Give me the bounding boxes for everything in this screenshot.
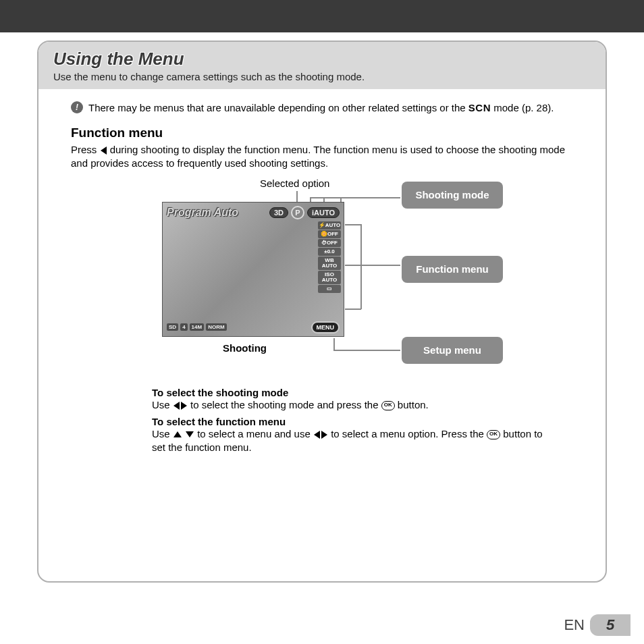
instr1-title: To select the shooting mode bbox=[152, 387, 550, 398]
callout-setup-menu: Setup menu bbox=[402, 337, 503, 364]
note-row: ! There may be menus that are unavailabl… bbox=[71, 101, 580, 113]
top-header-bar bbox=[0, 0, 644, 32]
page-footer: EN 5 bbox=[564, 614, 630, 636]
page-title: Using the Menu bbox=[53, 49, 591, 70]
left-arrow-icon bbox=[173, 402, 180, 410]
fn-timer: ⏱OFF bbox=[318, 239, 341, 247]
camera-preview-image bbox=[163, 203, 344, 336]
instr2-b: to select a menu and use bbox=[194, 428, 313, 439]
scn-mode-label: SCN bbox=[468, 102, 491, 113]
section-body-after: during shooting to display the function … bbox=[71, 144, 565, 169]
mode-pill-p: P bbox=[291, 206, 304, 219]
instr2-c: to select a menu option. Press the bbox=[328, 428, 487, 439]
shooting-label: Shooting bbox=[223, 342, 267, 354]
page-card: Using the Menu Use the menu to change ca… bbox=[37, 41, 607, 583]
note-text: There may be menus that are unavailable … bbox=[88, 102, 554, 113]
bottom-left-badges: SD 4 14M NORM bbox=[167, 323, 227, 331]
note-text-before: There may be menus that are unavailable … bbox=[88, 102, 468, 113]
fn-wb: WB AUTO bbox=[318, 257, 341, 270]
camera-screen: Program Auto 3D P iAUTO ⚡AUTO 🌼OFF ⏱OFF … bbox=[162, 202, 344, 337]
diagram-area: Selected option Program Auto 3D P iAUTO bbox=[71, 178, 580, 373]
instr1-b: to select the shooting mode and press th… bbox=[188, 399, 381, 410]
fn-exposure: ±0.0 bbox=[318, 248, 341, 256]
language-code: EN bbox=[564, 616, 590, 634]
note-text-after: mode (p. 28). bbox=[491, 102, 554, 113]
badge-size: 14M bbox=[190, 323, 205, 331]
mode-name: Program Auto bbox=[167, 207, 267, 219]
up-arrow-icon bbox=[173, 431, 182, 437]
section-body-before: Press bbox=[71, 144, 100, 155]
right-arrow-icon bbox=[181, 402, 187, 410]
fn-drive: ▭ bbox=[318, 285, 341, 293]
selected-option-label: Selected option bbox=[260, 178, 329, 189]
fn-flash: ⚡AUTO bbox=[318, 221, 341, 230]
instr1-c: button. bbox=[395, 399, 429, 410]
instr1-a: Use bbox=[152, 399, 173, 410]
badge-count: 4 bbox=[180, 323, 187, 331]
page-subtitle: Use the menu to change camera settings s… bbox=[53, 71, 591, 82]
mode-pill-iauto: iAUTO bbox=[307, 207, 340, 218]
alert-icon: ! bbox=[71, 101, 83, 113]
function-menu-stack: ⚡AUTO 🌼OFF ⏱OFF ±0.0 WB AUTO ISO AUTO ▭ bbox=[318, 221, 341, 293]
left-arrow-icon bbox=[101, 146, 107, 155]
badge-quality: NORM bbox=[206, 323, 226, 331]
ok-button-icon: OK bbox=[381, 401, 395, 410]
callout-shooting-mode: Shooting mode bbox=[402, 182, 503, 209]
instr2-body: Use to select a menu and use to select a… bbox=[152, 427, 550, 455]
fn-iso: ISO AUTO bbox=[318, 271, 341, 284]
screen-bottom-row: SD 4 14M NORM MENU bbox=[167, 321, 340, 333]
page-number-tab: 5 bbox=[590, 614, 630, 636]
screen-top-row: Program Auto 3D P iAUTO bbox=[167, 205, 340, 220]
ok-button-icon: OK bbox=[487, 430, 500, 439]
menu-button: MENU bbox=[311, 321, 340, 333]
page-content: ! There may be menus that are unavailabl… bbox=[38, 89, 606, 468]
right-arrow-icon bbox=[321, 431, 327, 439]
mode-pill-3d: 3D bbox=[269, 207, 288, 218]
section-body: Press during shooting to display the fun… bbox=[71, 143, 580, 171]
instructions-block: To select the shooting mode Use to selec… bbox=[152, 387, 550, 455]
instr2-a: Use bbox=[152, 428, 173, 439]
page-number: 5 bbox=[606, 616, 614, 634]
instr1-body: Use to select the shooting mode and pres… bbox=[152, 398, 550, 412]
callout-function-menu: Function menu bbox=[402, 256, 503, 283]
down-arrow-icon bbox=[186, 431, 194, 437]
section-heading: Function menu bbox=[71, 126, 580, 140]
header-band: Using the Menu Use the menu to change ca… bbox=[38, 42, 606, 89]
left-arrow-icon bbox=[314, 431, 320, 439]
fn-macro: 🌼OFF bbox=[318, 230, 341, 238]
instr2-title: To select the function menu bbox=[152, 416, 550, 427]
badge-sd: SD bbox=[167, 323, 178, 331]
